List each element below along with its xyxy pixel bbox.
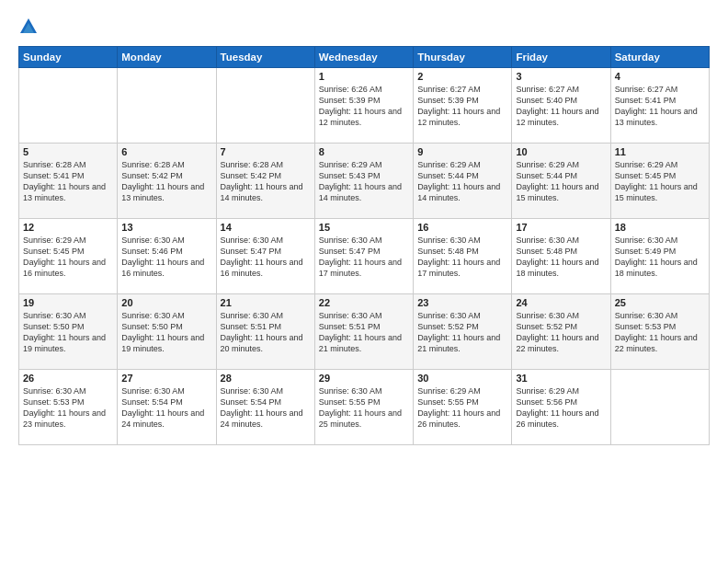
day-number: 28 <box>221 373 311 384</box>
day-number: 17 <box>516 222 606 233</box>
day-content: Sunrise: 6:29 AM Sunset: 5:55 PM Dayligh… <box>417 385 507 431</box>
day-header-thursday: Thursday <box>414 47 512 68</box>
day-content: Sunrise: 6:30 AM Sunset: 5:46 PM Dayligh… <box>121 235 211 280</box>
day-number: 26 <box>23 373 113 384</box>
day-content: Sunrise: 6:30 AM Sunset: 5:51 PM Dayligh… <box>319 310 409 355</box>
day-content: Sunrise: 6:30 AM Sunset: 5:54 PM Dayligh… <box>121 385 211 431</box>
day-content: Sunrise: 6:30 AM Sunset: 5:48 PM Dayligh… <box>417 235 507 280</box>
day-number: 5 <box>23 146 113 157</box>
calendar-cell: 6Sunrise: 6:28 AM Sunset: 5:42 PM Daylig… <box>118 144 216 219</box>
day-content: Sunrise: 6:28 AM Sunset: 5:42 PM Dayligh… <box>221 159 311 204</box>
day-content: Sunrise: 6:28 AM Sunset: 5:42 PM Dayligh… <box>121 159 211 204</box>
calendar-cell <box>610 370 709 445</box>
calendar-week-row: 19Sunrise: 6:30 AM Sunset: 5:50 PM Dayli… <box>19 294 710 370</box>
day-number: 8 <box>319 146 409 157</box>
calendar-cell: 29Sunrise: 6:30 AM Sunset: 5:55 PM Dayli… <box>314 370 413 445</box>
day-number: 9 <box>417 146 507 157</box>
day-number: 21 <box>221 297 311 308</box>
day-number: 15 <box>319 222 409 233</box>
logo-icon <box>18 17 39 37</box>
day-content: Sunrise: 6:27 AM Sunset: 5:40 PM Dayligh… <box>516 84 606 129</box>
calendar-cell: 22Sunrise: 6:30 AM Sunset: 5:51 PM Dayli… <box>314 294 413 370</box>
calendar-cell: 21Sunrise: 6:30 AM Sunset: 5:51 PM Dayli… <box>216 294 314 370</box>
calendar-cell: 16Sunrise: 6:30 AM Sunset: 5:48 PM Dayli… <box>414 219 512 294</box>
calendar-cell: 5Sunrise: 6:28 AM Sunset: 5:41 PM Daylig… <box>19 144 118 219</box>
calendar-cell: 30Sunrise: 6:29 AM Sunset: 5:55 PM Dayli… <box>414 370 512 445</box>
day-content: Sunrise: 6:30 AM Sunset: 5:49 PM Dayligh… <box>615 235 705 280</box>
calendar-cell: 1Sunrise: 6:26 AM Sunset: 5:39 PM Daylig… <box>314 68 413 144</box>
day-content: Sunrise: 6:27 AM Sunset: 5:41 PM Dayligh… <box>615 84 705 129</box>
calendar-cell: 3Sunrise: 6:27 AM Sunset: 5:40 PM Daylig… <box>512 68 610 144</box>
day-content: Sunrise: 6:28 AM Sunset: 5:41 PM Dayligh… <box>23 159 113 204</box>
day-content: Sunrise: 6:30 AM Sunset: 5:52 PM Dayligh… <box>516 310 606 355</box>
day-number: 23 <box>417 297 507 308</box>
day-content: Sunrise: 6:30 AM Sunset: 5:50 PM Dayligh… <box>23 310 113 355</box>
day-number: 16 <box>417 222 507 233</box>
day-header-wednesday: Wednesday <box>314 47 413 68</box>
calendar-cell: 20Sunrise: 6:30 AM Sunset: 5:50 PM Dayli… <box>118 294 216 370</box>
calendar-cell: 4Sunrise: 6:27 AM Sunset: 5:41 PM Daylig… <box>610 68 709 144</box>
day-number: 3 <box>516 71 606 82</box>
day-content: Sunrise: 6:30 AM Sunset: 5:52 PM Dayligh… <box>417 310 507 355</box>
day-header-tuesday: Tuesday <box>216 47 314 68</box>
day-content: Sunrise: 6:30 AM Sunset: 5:47 PM Dayligh… <box>221 235 311 280</box>
calendar-cell: 18Sunrise: 6:30 AM Sunset: 5:49 PM Dayli… <box>610 219 709 294</box>
calendar-cell: 25Sunrise: 6:30 AM Sunset: 5:53 PM Dayli… <box>610 294 709 370</box>
calendar-cell: 31Sunrise: 6:29 AM Sunset: 5:56 PM Dayli… <box>512 370 610 445</box>
day-number: 20 <box>121 297 211 308</box>
day-number: 18 <box>615 222 705 233</box>
day-content: Sunrise: 6:30 AM Sunset: 5:51 PM Dayligh… <box>221 310 311 355</box>
calendar-cell: 10Sunrise: 6:29 AM Sunset: 5:44 PM Dayli… <box>512 144 610 219</box>
day-number: 6 <box>121 146 211 157</box>
day-content: Sunrise: 6:29 AM Sunset: 5:44 PM Dayligh… <box>516 159 606 204</box>
page-header <box>18 17 710 37</box>
calendar-cell: 26Sunrise: 6:30 AM Sunset: 5:53 PM Dayli… <box>19 370 118 445</box>
day-content: Sunrise: 6:30 AM Sunset: 5:55 PM Dayligh… <box>319 385 409 431</box>
day-number: 30 <box>417 373 507 384</box>
day-number: 19 <box>23 297 113 308</box>
day-number: 25 <box>615 297 705 308</box>
day-number: 4 <box>615 71 705 82</box>
day-number: 2 <box>417 71 507 82</box>
day-number: 13 <box>121 222 211 233</box>
day-content: Sunrise: 6:30 AM Sunset: 5:53 PM Dayligh… <box>23 385 113 431</box>
calendar-week-row: 1Sunrise: 6:26 AM Sunset: 5:39 PM Daylig… <box>19 68 710 144</box>
calendar-cell: 23Sunrise: 6:30 AM Sunset: 5:52 PM Dayli… <box>414 294 512 370</box>
day-content: Sunrise: 6:29 AM Sunset: 5:45 PM Dayligh… <box>615 159 705 204</box>
calendar-cell <box>118 68 216 144</box>
day-header-saturday: Saturday <box>610 47 709 68</box>
day-number: 11 <box>615 146 705 157</box>
day-header-sunday: Sunday <box>19 47 118 68</box>
calendar-week-row: 12Sunrise: 6:29 AM Sunset: 5:45 PM Dayli… <box>19 219 710 294</box>
day-content: Sunrise: 6:29 AM Sunset: 5:56 PM Dayligh… <box>516 385 606 431</box>
day-number: 14 <box>221 222 311 233</box>
day-number: 31 <box>516 373 606 384</box>
day-header-monday: Monday <box>118 47 216 68</box>
day-content: Sunrise: 6:30 AM Sunset: 5:54 PM Dayligh… <box>221 385 311 431</box>
day-number: 12 <box>23 222 113 233</box>
calendar-cell: 15Sunrise: 6:30 AM Sunset: 5:47 PM Dayli… <box>314 219 413 294</box>
calendar-page: SundayMondayTuesdayWednesdayThursdayFrid… <box>0 0 728 563</box>
calendar-cell <box>19 68 118 144</box>
calendar-cell: 13Sunrise: 6:30 AM Sunset: 5:46 PM Dayli… <box>118 219 216 294</box>
calendar-cell: 11Sunrise: 6:29 AM Sunset: 5:45 PM Dayli… <box>610 144 709 219</box>
logo <box>18 17 42 37</box>
calendar-cell: 14Sunrise: 6:30 AM Sunset: 5:47 PM Dayli… <box>216 219 314 294</box>
day-content: Sunrise: 6:29 AM Sunset: 5:45 PM Dayligh… <box>23 235 113 280</box>
day-content: Sunrise: 6:30 AM Sunset: 5:50 PM Dayligh… <box>121 310 211 355</box>
calendar-cell: 24Sunrise: 6:30 AM Sunset: 5:52 PM Dayli… <box>512 294 610 370</box>
day-content: Sunrise: 6:30 AM Sunset: 5:47 PM Dayligh… <box>319 235 409 280</box>
calendar-header-row: SundayMondayTuesdayWednesdayThursdayFrid… <box>19 47 710 68</box>
day-content: Sunrise: 6:26 AM Sunset: 5:39 PM Dayligh… <box>319 84 409 129</box>
day-content: Sunrise: 6:29 AM Sunset: 5:44 PM Dayligh… <box>417 159 507 204</box>
day-content: Sunrise: 6:29 AM Sunset: 5:43 PM Dayligh… <box>319 159 409 204</box>
calendar-cell: 19Sunrise: 6:30 AM Sunset: 5:50 PM Dayli… <box>19 294 118 370</box>
day-number: 27 <box>121 373 211 384</box>
calendar-cell: 8Sunrise: 6:29 AM Sunset: 5:43 PM Daylig… <box>314 144 413 219</box>
calendar-cell <box>216 68 314 144</box>
calendar-cell: 9Sunrise: 6:29 AM Sunset: 5:44 PM Daylig… <box>414 144 512 219</box>
calendar-cell: 7Sunrise: 6:28 AM Sunset: 5:42 PM Daylig… <box>216 144 314 219</box>
calendar-week-row: 26Sunrise: 6:30 AM Sunset: 5:53 PM Dayli… <box>19 370 710 445</box>
day-number: 10 <box>516 146 606 157</box>
day-number: 1 <box>319 71 409 82</box>
